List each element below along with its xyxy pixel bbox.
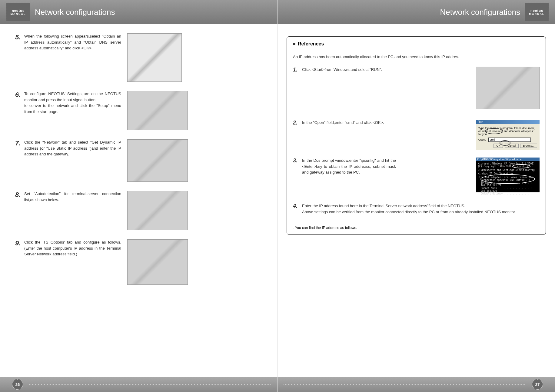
- header-right: Network configurations neotus MANUAL: [278, 0, 555, 24]
- logo-brand: neotus: [530, 9, 543, 12]
- step-text: Click the "Network" tab and select "Get …: [24, 139, 121, 157]
- screenshot-run-dialog: Run Type the name of a program, folder, …: [476, 120, 540, 147]
- run-cancel-button[interactable]: Cancel: [505, 144, 519, 148]
- step-number: 5.: [15, 33, 24, 41]
- ref-number: 1.: [293, 67, 302, 73]
- ref-step-4: 4. Enter the IP address found here in th…: [293, 203, 540, 215]
- ref-number: 2.: [293, 120, 302, 126]
- ref-text: In the "Open" field,enter "cmd" and clic…: [302, 120, 396, 126]
- step-9: 9. Click the 'TS Options' tab and config…: [15, 239, 262, 285]
- step-number: 8.: [15, 191, 24, 199]
- footer-divider: [284, 384, 526, 385]
- step-text: Click the 'TS Options' tab and configure…: [24, 239, 121, 257]
- screenshot-cmd-ipconfig: C:\WINDOWS\system32\cmd.exe Microsoft Wi…: [476, 158, 540, 192]
- ref-text: Enter the IP address found here in the T…: [302, 203, 540, 215]
- logo-manual: MANUAL: [529, 12, 545, 15]
- step-number: 7.: [15, 139, 24, 147]
- page-title-left: Network configurations: [35, 8, 115, 17]
- step-8: 8. Set "Autodetection" for terminal-serv…: [15, 191, 262, 230]
- annotation-circle-ipresult: [480, 174, 535, 184]
- cmd-line: Microsoft Windows XP [Version 5.1.2600]: [478, 162, 538, 165]
- step-text: Set "Autodetection" for terminal-server …: [24, 191, 121, 203]
- footer-right: 27: [278, 377, 555, 392]
- footer-divider: [29, 384, 271, 385]
- logo-left: neotus MANUAL: [6, 3, 30, 21]
- cmd-line: C:\Documents and Settings\user>ipconfig: [478, 169, 538, 171]
- screenshot-autodetection: [127, 191, 188, 230]
- screenshot-neotus-setup: [127, 91, 188, 130]
- references-header: References: [293, 41, 540, 50]
- left-content: 5. When the following screen appears,sel…: [0, 24, 277, 303]
- screenshot-tcpip-properties: [127, 33, 182, 82]
- logo-right: neotus MANUAL: [525, 3, 549, 21]
- run-dialog-title: Run: [476, 120, 540, 124]
- step-7: 7. Click the "Network" tab and select "G…: [15, 139, 262, 182]
- logo-brand: neotus: [12, 9, 25, 12]
- logo-manual: MANUAL: [11, 12, 26, 15]
- screenshot-start-menu: [476, 67, 540, 109]
- ref-text: In the Dos prompt window,enter "ipconfig…: [302, 158, 396, 175]
- cmd-titlebar: C:\WINDOWS\system32\cmd.exe: [476, 158, 540, 161]
- run-dialog-description: Type the name of a program, folder, docu…: [478, 127, 537, 136]
- cmd-line: Subnet Mask . . . . . . . . . . . : 255.…: [478, 187, 538, 192]
- screenshot-network-tab: [127, 139, 188, 182]
- references-intro: An IP address has been automatically all…: [293, 55, 540, 59]
- annotation-circle-ipconfig: [512, 164, 530, 168]
- step-number: 9.: [15, 239, 24, 247]
- run-browse-button[interactable]: Browse...: [520, 144, 537, 148]
- step-text: When the following screen appears,select…: [24, 33, 121, 51]
- page-right: Network configurations neotus MANUAL Ref…: [278, 0, 555, 392]
- ref-number: 4.: [293, 203, 302, 209]
- step-5: 5. When the following screen appears,sel…: [15, 33, 262, 82]
- ref-step-2: 2. In the "Open" field,enter "cmd" and c…: [293, 120, 540, 147]
- references-title: References: [298, 41, 324, 47]
- run-open-input[interactable]: cmd: [488, 138, 531, 142]
- footer-left: 26: [0, 377, 277, 392]
- references-box: References An IP address has been automa…: [287, 36, 546, 235]
- step-6: 6. To configure NEOTUS' Settings,turn on…: [15, 91, 262, 130]
- screenshot-ts-options: [127, 239, 188, 285]
- bullet-icon: [293, 43, 295, 45]
- page-number-right: 27: [532, 379, 543, 390]
- cmd-line: Default Gateway . . . . . . . . . :: [478, 192, 538, 195]
- page-left: neotus MANUAL Network configurations 5. …: [0, 0, 278, 392]
- page-title-right: Network configurations: [440, 8, 520, 17]
- step-text: To configure NEOTUS' Settings,turn on th…: [24, 91, 121, 115]
- page-number-left: 26: [12, 379, 23, 390]
- run-ok-button[interactable]: OK: [494, 144, 503, 148]
- run-open-label: Open:: [478, 138, 486, 141]
- ref-number: 3.: [293, 158, 302, 164]
- references-note: You can find the IP address as follows.: [293, 221, 540, 230]
- step-number: 6.: [15, 91, 24, 99]
- header-left: neotus MANUAL Network configurations: [0, 0, 277, 24]
- ref-text: Click <Start>from Windows and select "RU…: [302, 67, 396, 73]
- ref-step-3: 3. In the Dos prompt window,enter "ipcon…: [293, 158, 540, 192]
- ref-step-1: 1. Click <Start>from Windows and select …: [293, 67, 540, 109]
